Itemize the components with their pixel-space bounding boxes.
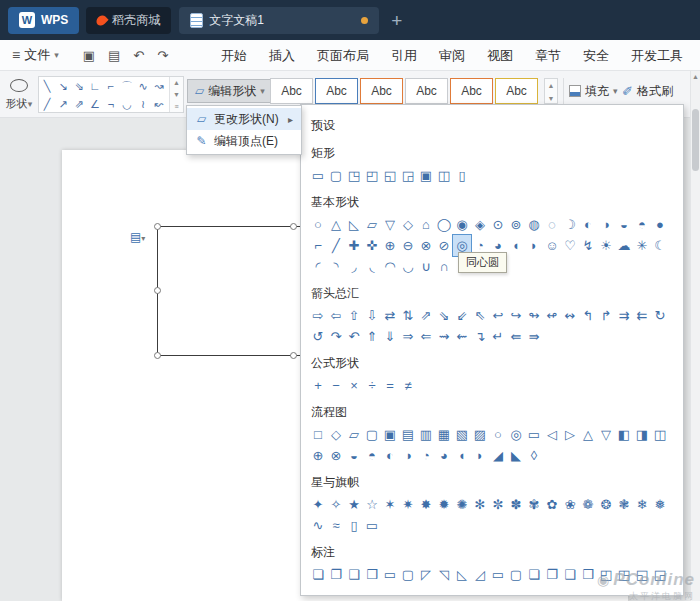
- shape-option[interactable]: ◡: [399, 256, 417, 277]
- docer-store-tab[interactable]: 稻壳商城: [86, 7, 171, 34]
- shape-option[interactable]: ☺: [543, 235, 561, 256]
- gallery-shape-icon[interactable]: ↝: [151, 77, 167, 95]
- shape-option[interactable]: ◗: [525, 235, 543, 256]
- shape-option[interactable]: ▢: [363, 424, 381, 445]
- shape-option[interactable]: ⇅: [399, 305, 417, 326]
- resize-handle[interactable]: [290, 352, 297, 359]
- shape-option[interactable]: ↬: [525, 305, 543, 326]
- shape-option[interactable]: ⇖: [471, 305, 489, 326]
- shape-option[interactable]: ◊: [525, 445, 543, 466]
- shape-option[interactable]: ◫: [435, 165, 453, 186]
- shape-option[interactable]: ◜: [309, 256, 327, 277]
- shape-option[interactable]: ❏: [525, 564, 543, 585]
- wps-home-tab[interactable]: W WPS: [8, 7, 79, 34]
- shape-option[interactable]: ⊘: [435, 235, 453, 256]
- gallery-shape-icon[interactable]: ∟: [87, 77, 103, 95]
- shape-option[interactable]: ↵: [489, 326, 507, 347]
- shape-option[interactable]: ⇧: [345, 305, 363, 326]
- shape-option[interactable]: ◌: [543, 214, 561, 235]
- shape-option[interactable]: ⇐: [417, 326, 435, 347]
- shape-option[interactable]: ⇩: [363, 305, 381, 326]
- shape-option[interactable]: ▭: [525, 424, 543, 445]
- shape-option[interactable]: ☀: [597, 235, 615, 256]
- gallery-shape-icon[interactable]: ∠: [87, 95, 103, 113]
- shape-option[interactable]: ▭: [363, 515, 381, 536]
- scroll-down-icon[interactable]: ▼: [170, 89, 183, 101]
- shape-option[interactable]: ✺: [453, 494, 471, 515]
- shape-option[interactable]: ↴: [471, 326, 489, 347]
- menu-tab[interactable]: 安全: [572, 40, 620, 71]
- gallery-more-icon[interactable]: ≡: [170, 101, 183, 113]
- shape-option[interactable]: ❃: [615, 494, 633, 515]
- shape-option[interactable]: ✽: [507, 494, 525, 515]
- shape-option[interactable]: ▽: [381, 214, 399, 235]
- file-menu-button[interactable]: ≡ 文件 ▾: [0, 46, 69, 64]
- shape-option[interactable]: ❐: [327, 564, 345, 585]
- shape-option[interactable]: ▢: [327, 165, 345, 186]
- shape-option[interactable]: ↶: [345, 326, 363, 347]
- shape-option[interactable]: +: [309, 375, 327, 396]
- shape-option[interactable]: ▷: [561, 424, 579, 445]
- shape-option[interactable]: ⇝: [435, 326, 453, 347]
- document-tab[interactable]: 文字文稿1: [179, 7, 379, 34]
- menu-tab[interactable]: 审阅: [428, 40, 476, 71]
- shape-option[interactable]: ⇑: [363, 326, 381, 347]
- shape-option[interactable]: ◺: [453, 564, 471, 585]
- menu-tab[interactable]: 页面布局: [306, 40, 380, 71]
- shape-option[interactable]: ❐: [543, 564, 561, 585]
- shape-option[interactable]: ↱: [597, 305, 615, 326]
- shape-option[interactable]: ●: [651, 214, 669, 235]
- gallery-shape-icon[interactable]: ⇗: [71, 95, 87, 113]
- fill-button[interactable]: 填充 ▾: [569, 78, 618, 104]
- shape-option[interactable]: ▱: [363, 214, 381, 235]
- resize-handle[interactable]: [154, 223, 161, 230]
- shape-option[interactable]: ◕: [435, 445, 453, 466]
- menu-tab[interactable]: 引用: [380, 40, 428, 71]
- shape-tool-button[interactable]: 形状▾: [3, 76, 35, 111]
- shape-option[interactable]: ✹: [435, 494, 453, 515]
- shape-option[interactable]: ▭: [489, 564, 507, 585]
- shape-option[interactable]: ◖: [507, 235, 525, 256]
- shape-option[interactable]: ❑: [345, 564, 363, 585]
- shape-option[interactable]: ◑: [399, 445, 417, 466]
- shape-option[interactable]: ▱: [345, 424, 363, 445]
- shape-option[interactable]: ✷: [399, 494, 417, 515]
- shape-option[interactable]: ✚: [345, 235, 363, 256]
- shape-option[interactable]: ▭: [309, 165, 327, 186]
- gallery-shape-icon[interactable]: ↗: [55, 95, 71, 113]
- shape-option[interactable]: ▣: [417, 165, 435, 186]
- shape-option[interactable]: ◓: [363, 445, 381, 466]
- shape-option[interactable]: ╱: [327, 235, 345, 256]
- gallery-shape-icon[interactable]: ⌐: [103, 77, 119, 95]
- shape-option[interactable]: ✳: [633, 235, 651, 256]
- shape-option[interactable]: ◠: [381, 256, 399, 277]
- shape-option[interactable]: ✜: [363, 235, 381, 256]
- menu-item-change-shape[interactable]: ▱更改形状(N)▸: [187, 108, 301, 130]
- shape-option[interactable]: ✿: [543, 494, 561, 515]
- redo-icon[interactable]: ↷: [157, 48, 168, 63]
- shape-option[interactable]: ▽: [597, 424, 615, 445]
- shape-option[interactable]: ⇚: [507, 326, 525, 347]
- shape-option[interactable]: ◗: [471, 445, 489, 466]
- shape-option[interactable]: ⇒: [399, 326, 417, 347]
- shape-option[interactable]: ▢: [399, 564, 417, 585]
- shape-option[interactable]: ⊕: [381, 235, 399, 256]
- resize-handle[interactable]: [290, 223, 297, 230]
- shape-option[interactable]: ◈: [471, 214, 489, 235]
- resize-handle[interactable]: [154, 352, 161, 359]
- shape-option[interactable]: ⇙: [453, 305, 471, 326]
- scrollbar-thumb[interactable]: [692, 109, 699, 171]
- shape-option[interactable]: ◸: [417, 564, 435, 585]
- scroll-up-icon[interactable]: ▲: [691, 71, 700, 83]
- shape-style-preview[interactable]: Abc: [315, 78, 358, 104]
- shape-option[interactable]: ❁: [579, 494, 597, 515]
- shape-option[interactable]: ▯: [453, 165, 471, 186]
- vertical-scrollbar[interactable]: ▲: [690, 71, 700, 601]
- shape-option[interactable]: ◞: [345, 256, 363, 277]
- shape-option[interactable]: −: [327, 375, 345, 396]
- preview-scroll[interactable]: ▲ ▼: [544, 78, 558, 104]
- menu-tab[interactable]: 视图: [476, 40, 524, 71]
- shape-option[interactable]: ◹: [435, 564, 453, 585]
- shape-option[interactable]: ↩: [489, 305, 507, 326]
- shape-option[interactable]: ◖: [453, 445, 471, 466]
